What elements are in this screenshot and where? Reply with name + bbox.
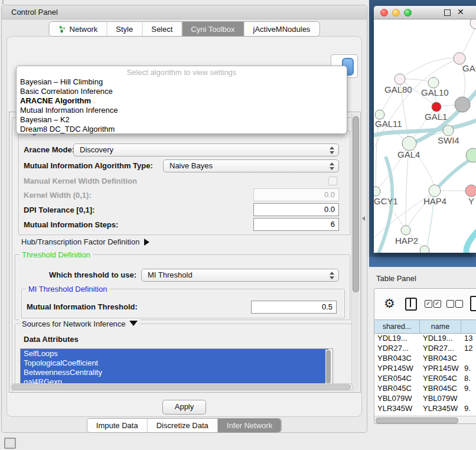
hub-definition-toggle[interactable]: Hub/Transcription Factor Definition bbox=[21, 237, 149, 246]
splitter-collapse-icon[interactable] bbox=[362, 216, 365, 221]
network-node-gal1[interactable] bbox=[432, 102, 441, 112]
attribute-item[interactable]: TopologicalCoefficient bbox=[21, 358, 328, 368]
apply-button[interactable]: Apply bbox=[162, 400, 206, 415]
mi-type-label: Mutual Information Algorithm Type: bbox=[24, 161, 153, 170]
table-cell: 9. bbox=[461, 403, 476, 413]
algorithm-option[interactable]: Bayesian – Hill Climbing bbox=[17, 77, 347, 87]
network-view-window[interactable]: GALGAL80GAL10GAL1GAL11SWI4GAL4GCY1HAP4YH… bbox=[374, 6, 476, 253]
mi-threshold-field[interactable]: 0.5 bbox=[251, 301, 337, 314]
float-window-icon[interactable] bbox=[444, 9, 451, 16]
attribute-item[interactable]: SelfLoops bbox=[21, 349, 328, 358]
table-row[interactable]: YPR145WYPR145W9. bbox=[374, 363, 476, 373]
table-hscroll-thumb[interactable] bbox=[376, 418, 458, 423]
network-node[interactable] bbox=[420, 246, 429, 253]
algorithm-option[interactable]: Bayesian – K2 bbox=[17, 115, 347, 125]
table-row[interactable]: YLR345WYLR345W9. bbox=[374, 403, 476, 413]
which-threshold-label: Which threshold to use: bbox=[15, 270, 136, 279]
dpi-tolerance-field[interactable]: 0.0 bbox=[253, 203, 339, 216]
mi-threshold-label: Mutual Information Threshold: bbox=[27, 302, 138, 311]
aracne-mode-value: Discovery bbox=[80, 144, 113, 156]
table-row[interactable]: YBL079WYBL079W bbox=[374, 393, 476, 403]
network-node[interactable] bbox=[470, 19, 476, 29]
tab-impute-data[interactable]: Impute Data bbox=[87, 419, 148, 432]
network-node-swi4[interactable] bbox=[443, 125, 454, 136]
tab-jactivemnodules[interactable]: jActiveMNodules bbox=[244, 22, 319, 36]
document-icon[interactable] bbox=[470, 296, 476, 311]
data-attributes-label: Data Attributes bbox=[24, 335, 79, 344]
zoom-traffic-light-icon[interactable] bbox=[404, 9, 412, 17]
checked-checkbox-icon[interactable]: ✓ bbox=[433, 300, 441, 308]
unchecked-checkbox-icon[interactable] bbox=[446, 300, 454, 308]
column-header[interactable]: name bbox=[420, 320, 461, 333]
network-node-hap4[interactable] bbox=[429, 185, 441, 197]
network-node-y[interactable] bbox=[465, 185, 476, 197]
close-icon[interactable]: ✕ bbox=[457, 7, 464, 17]
manual-kernel-checkbox[interactable] bbox=[328, 177, 337, 185]
sources-legend[interactable]: Sources for Network Inference bbox=[19, 319, 140, 328]
table-row[interactable]: YDR27...YDR27...12 bbox=[374, 343, 476, 353]
table-cell: YBR045C bbox=[374, 383, 420, 393]
network-node[interactable] bbox=[455, 97, 470, 112]
tab-network[interactable]: Network bbox=[50, 22, 107, 36]
network-node-gal[interactable] bbox=[454, 53, 465, 64]
data-attributes-list[interactable]: SelfLoopsTopologicalCoefficientBetweenne… bbox=[20, 348, 333, 385]
node-label: Y bbox=[468, 196, 474, 206]
tab-cyni-toolbox[interactable]: Cyni Toolbox bbox=[182, 22, 244, 36]
network-node-hap2[interactable] bbox=[401, 226, 410, 235]
column-header[interactable]: shared... bbox=[374, 320, 420, 333]
attributes-scroll-thumb[interactable] bbox=[326, 350, 331, 383]
algorithm-option[interactable]: ARACNE Algorithm bbox=[17, 96, 347, 106]
which-threshold-combo[interactable]: MI Threshold bbox=[141, 269, 339, 282]
tab-style[interactable]: Style bbox=[107, 22, 142, 36]
kernel-width-field[interactable]: 0.0 bbox=[253, 188, 339, 201]
network-node-gal80[interactable] bbox=[395, 74, 405, 84]
control-panel-titlebar[interactable]: Control Panel ✕ bbox=[2, 5, 367, 19]
checked-checkbox-icon[interactable]: ✓ bbox=[425, 300, 432, 308]
table-row[interactable]: YER054CYER054C8. bbox=[374, 373, 476, 383]
algorithm-option[interactable]: Mutual Information Inference bbox=[17, 106, 347, 115]
mi-type-combo[interactable]: Naive Bayes bbox=[163, 159, 339, 172]
settings-horizontal-scrollbar[interactable] bbox=[11, 383, 353, 391]
settings-hscroll-thumb[interactable] bbox=[12, 384, 351, 390]
tab-discretize-data[interactable]: Discretize Data bbox=[148, 419, 218, 432]
attributes-scrollbar[interactable] bbox=[325, 350, 332, 385]
table-cell: YBR045C bbox=[420, 383, 461, 393]
algorithm-option[interactable]: Dream8 DC_TDC Algorithm bbox=[17, 125, 347, 134]
aracne-mode-label: Aracne Mode: bbox=[24, 145, 74, 154]
columns-icon[interactable] bbox=[405, 298, 417, 311]
network-edge[interactable] bbox=[400, 58, 459, 79]
sources-group: Sources for Network Inference Data Attri… bbox=[15, 324, 355, 386]
network-node-gal10[interactable] bbox=[428, 77, 439, 88]
table-header-row[interactable]: shared...name bbox=[374, 319, 476, 334]
table-horizontal-scrollbar[interactable] bbox=[374, 416, 476, 424]
minimize-traffic-light-icon[interactable] bbox=[392, 9, 400, 17]
column-header[interactable] bbox=[461, 320, 476, 333]
table-row[interactable]: YBR043CYBR043C bbox=[374, 353, 476, 363]
aracne-mode-combo[interactable]: Discovery bbox=[73, 144, 339, 156]
gear-icon[interactable]: ⚙ bbox=[384, 295, 395, 312]
table-row[interactable]: YDL19...YDL19...13 bbox=[374, 333, 476, 343]
network-node-gal4[interactable] bbox=[402, 136, 416, 151]
tab-select[interactable]: Select bbox=[142, 22, 182, 36]
network-icon bbox=[58, 25, 66, 33]
tab-infer-network[interactable]: Infer Network bbox=[218, 419, 281, 432]
close-traffic-light-icon[interactable] bbox=[380, 9, 388, 17]
network-node-gal11[interactable] bbox=[375, 110, 384, 119]
table-cell: YDL19... bbox=[420, 333, 461, 343]
minimized-panel-icon[interactable] bbox=[4, 438, 16, 449]
settings-scroll-thumb[interactable] bbox=[353, 116, 359, 292]
network-node-gcy1[interactable] bbox=[374, 187, 380, 196]
network-edge[interactable] bbox=[467, 230, 476, 253]
algorithm-option[interactable]: Basic Correlation Inference bbox=[17, 87, 347, 96]
unchecked-checkbox-icon[interactable] bbox=[455, 300, 463, 308]
network-canvas[interactable]: GALGAL80GAL10GAL1GAL11SWI4GAL4GCY1HAP4YH… bbox=[374, 19, 476, 253]
attribute-item[interactable]: BetweennessCentrality bbox=[21, 368, 328, 377]
combo-arrows-icon bbox=[330, 146, 334, 154]
mi-threshold-definition-group: MI Threshold Definition Mutual Informati… bbox=[21, 289, 345, 318]
network-edge[interactable] bbox=[374, 58, 459, 161]
mi-steps-field[interactable]: 6 bbox=[253, 218, 339, 231]
algorithm-dropdown-popup: Select algorithm to view settings Bayesi… bbox=[16, 66, 347, 134]
settings-vertical-scrollbar[interactable] bbox=[351, 113, 359, 391]
table-row[interactable]: YBR045CYBR045C9. bbox=[374, 383, 476, 393]
network-graph[interactable]: GALGAL80GAL10GAL1GAL11SWI4GAL4GCY1HAP4YH… bbox=[374, 19, 476, 253]
